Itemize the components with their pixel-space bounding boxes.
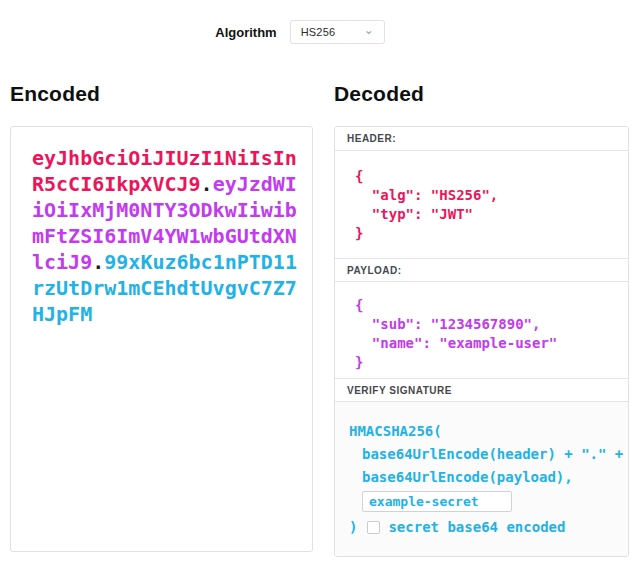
signature-func-open: HMACSHA256( bbox=[349, 420, 614, 443]
signature-close-paren: ) bbox=[349, 516, 357, 539]
verify-signature-section-label: VERIFY SIGNATURE bbox=[335, 378, 628, 402]
algorithm-row: Algorithm HS256 ⌄ bbox=[0, 20, 620, 44]
jwt-token: eyJhbGciOiJIUzI1NiIsInR5cCI6IkpXVCJ9.eyJ… bbox=[32, 145, 300, 327]
decoded-title: Decoded bbox=[334, 82, 629, 108]
header-json-editor[interactable]: { "alg": "HS256", "typ": "JWT" } bbox=[335, 151, 628, 258]
verify-signature-block: HMACSHA256( base64UrlEncode(header) + ".… bbox=[335, 402, 628, 556]
signature-close-row: ) secret base64 encoded bbox=[349, 516, 614, 539]
algorithm-label: Algorithm bbox=[215, 25, 276, 40]
encoded-token-editor[interactable]: eyJhbGciOiJIUzI1NiIsInR5cCI6IkpXVCJ9.eyJ… bbox=[10, 126, 313, 552]
algorithm-select[interactable]: HS256 ⌄ bbox=[290, 20, 385, 44]
decoded-panel: HEADER: { "alg": "HS256", "typ": "JWT" }… bbox=[334, 126, 629, 557]
token-dot-separator: . bbox=[92, 250, 104, 274]
header-section-label: HEADER: bbox=[335, 127, 628, 151]
signature-arg-line-1: base64UrlEncode(header) + "." + bbox=[362, 443, 614, 466]
payload-section-label: PAYLOAD: bbox=[335, 258, 628, 282]
signature-arg-line-2: base64UrlEncode(payload), bbox=[362, 466, 614, 489]
payload-json-editor[interactable]: { "sub": "1234567890", "name": "example-… bbox=[335, 282, 628, 378]
secret-base64-checkbox[interactable] bbox=[367, 521, 380, 534]
debugger-columns: Encoded Decoded eyJhbGciOiJIUzI1NiIsInR5… bbox=[0, 82, 640, 557]
secret-base64-label[interactable]: secret base64 encoded bbox=[388, 516, 565, 539]
token-dot-separator: . bbox=[201, 172, 213, 196]
encoded-title: Encoded bbox=[10, 82, 313, 108]
algorithm-selected-value: HS256 bbox=[301, 26, 336, 38]
chevron-down-icon: ⌄ bbox=[364, 24, 374, 36]
secret-input[interactable] bbox=[362, 491, 512, 512]
